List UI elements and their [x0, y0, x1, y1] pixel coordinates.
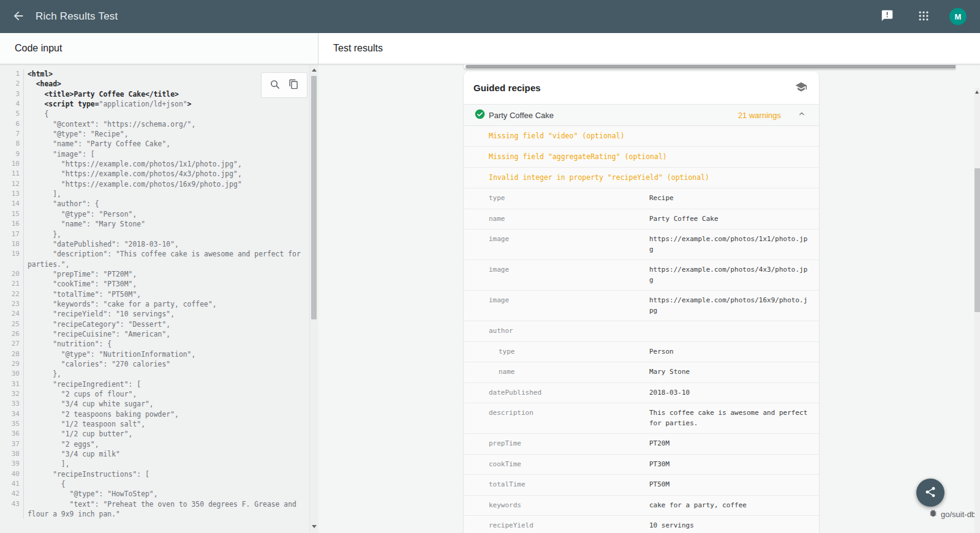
property-value: Party Coffee Cake [649, 214, 809, 225]
property-row: keywordscake for a party, coffee [464, 496, 819, 516]
code-line: 15 "@type": "Person", [0, 209, 318, 219]
code-line: 34 "2 teaspoons baking powder", [0, 409, 318, 419]
property-value: PT20M [649, 439, 809, 449]
code-line: 18 "datePublished": "2018-03-10", [0, 239, 318, 249]
horizontal-scrollbar-thumb[interactable] [466, 65, 956, 69]
property-table: typeRecipenameParty Coffee Cakeimagehttp… [464, 188, 819, 533]
results-panel-title: Test results [333, 43, 383, 54]
code-editor[interactable]: 1<html>2 <head>3 <title>Party Coffee Cak… [0, 64, 318, 533]
property-row: imagehttps://example.com/photos/1x1/phot… [464, 229, 819, 260]
property-value: https://example.com/photos/4x3/photo.jpg [649, 265, 809, 285]
code-line: 7 "@type": "Recipe", [0, 129, 318, 139]
results-scroll-up-icon[interactable] [975, 91, 979, 94]
code-line: 11 "https://example.com/photos/4x3/photo… [0, 169, 318, 179]
property-label: cookTime [489, 460, 649, 470]
check-circle-icon [475, 109, 485, 122]
code-line: 38 "3/4 cup milk" [0, 449, 318, 459]
code-line: 8 "name": "Party Coffee Cake", [0, 139, 318, 149]
code-line: 30 }, [0, 369, 318, 379]
property-row: author [464, 321, 819, 342]
code-line: 40 "recipeInstructions": [ [0, 469, 318, 479]
property-row: imagehttps://example.com/photos/4x3/phot… [464, 260, 819, 291]
code-line: 23 "keywords": "cake for a party, coffee… [0, 299, 318, 309]
code-line: 43 "text": "Preheat the oven to 350 degr… [0, 499, 318, 509]
chevron-up-icon[interactable] [797, 110, 806, 121]
bug-icon [929, 509, 938, 520]
code-line: 29 "calories": "270 calories" [0, 359, 318, 369]
share-fab[interactable] [916, 479, 944, 507]
code-line: 24 "recipeYield": "10 servings", [0, 309, 318, 319]
results-scrollbar[interactable] [974, 88, 980, 533]
debug-link[interactable]: go/suit-dbg [929, 509, 980, 520]
code-line: 39 ], [0, 459, 318, 469]
property-row: totalTimePT50M [464, 475, 819, 496]
guided-recipes-card: Guided recipes Party Coffee Cake 21 warn… [464, 72, 819, 533]
code-line: 25 "recipeCategory": "Dessert", [0, 319, 318, 329]
property-label: keywords [489, 501, 649, 511]
code-line: 14 "author": { [0, 199, 318, 209]
warning-row[interactable]: Missing field "aggregateRating" (optiona… [464, 147, 819, 168]
code-line: 33 "3/4 cup white sugar", [0, 399, 318, 409]
property-label: name [489, 367, 649, 378]
code-line: 19 "description": "This coffee cake is a… [0, 249, 318, 259]
code-lines: 1<html>2 <head>3 <title>Party Coffee Cak… [0, 69, 318, 519]
code-line: 6 "@context": "https://schema.org/", [0, 119, 318, 129]
code-input-panel: Code input 1<html>2 <head>3 <title>Party… [0, 33, 318, 533]
property-label: totalTime [489, 480, 649, 490]
code-line: 31 "recipeIngredient": [ [0, 379, 318, 389]
property-value: This coffee cake is awesome and perfect … [649, 408, 809, 428]
editor-scrollbar-thumb[interactable] [311, 76, 317, 319]
copy-button[interactable] [288, 79, 299, 91]
property-label: image [489, 234, 649, 255]
code-line: flour a 9x9 inch pan." [0, 509, 318, 519]
property-row: prepTimePT20M [464, 434, 819, 455]
property-row: recipeYield10 servings [464, 516, 819, 533]
entity-row[interactable]: Party Coffee Cake 21 warnings [464, 104, 819, 126]
copy-icon [288, 79, 299, 91]
search-icon [270, 79, 281, 92]
code-line: 12 "https://example.com/photos/16x9/phot… [0, 179, 318, 189]
code-line: 9 "image": [ [0, 149, 318, 159]
test-results-panel: Test results Guided recipes Party Coffee… [318, 33, 980, 533]
code-line: parties.", [0, 259, 318, 269]
warning-row[interactable]: Invalid integer in property "recipeYield… [464, 168, 819, 188]
code-panel-title: Code input [15, 43, 62, 54]
property-value: Person [649, 347, 809, 357]
code-line: 10 "https://example.com/photos/1x1/photo… [0, 159, 318, 169]
card-header: Guided recipes [464, 72, 819, 104]
results-body: Guided recipes Party Coffee Cake 21 warn… [318, 64, 980, 533]
property-value: 10 servings [649, 521, 809, 531]
header-actions: M [880, 8, 967, 25]
property-label: image [489, 296, 649, 316]
code-panel-header: Code input [0, 33, 318, 64]
property-row: typeRecipe [464, 188, 819, 209]
app-title: Rich Results Test [36, 10, 118, 23]
property-value: Mary Stone [649, 367, 809, 378]
editor-toolbar [261, 72, 307, 98]
property-label: type [489, 193, 649, 204]
back-button[interactable] [10, 9, 26, 24]
back-icon [12, 9, 25, 24]
property-row: typePerson [464, 342, 819, 363]
property-value: 2018-03-10 [649, 388, 809, 398]
scroll-up-icon[interactable] [312, 69, 317, 72]
code-line: 32 "2 cups of flour", [0, 389, 318, 399]
feedback-icon [881, 9, 894, 24]
code-line: 41 { [0, 479, 318, 489]
results-scrollbar-thumb[interactable] [974, 168, 980, 312]
property-value: https://example.com/photos/1x1/photo.jpg [649, 234, 809, 255]
apps-grid-button[interactable] [916, 9, 931, 24]
property-row: nameMary Stone [464, 362, 819, 383]
warning-row[interactable]: Missing field "video" (optional) [464, 126, 819, 147]
code-line: 4 <script type="application/ld+json"> [0, 99, 318, 109]
results-panel-header: Test results [318, 33, 980, 64]
scroll-down-icon[interactable] [312, 525, 317, 528]
code-line: 28 "@type": "NutritionInformation", [0, 349, 318, 359]
code-line: 13 ], [0, 189, 318, 199]
avatar[interactable]: M [949, 8, 967, 25]
warnings-count: 21 warnings [738, 111, 781, 120]
search-button[interactable] [270, 79, 281, 92]
feedback-button[interactable] [880, 9, 894, 24]
property-value: PT50M [649, 480, 809, 490]
editor-scrollbar[interactable] [309, 64, 318, 533]
